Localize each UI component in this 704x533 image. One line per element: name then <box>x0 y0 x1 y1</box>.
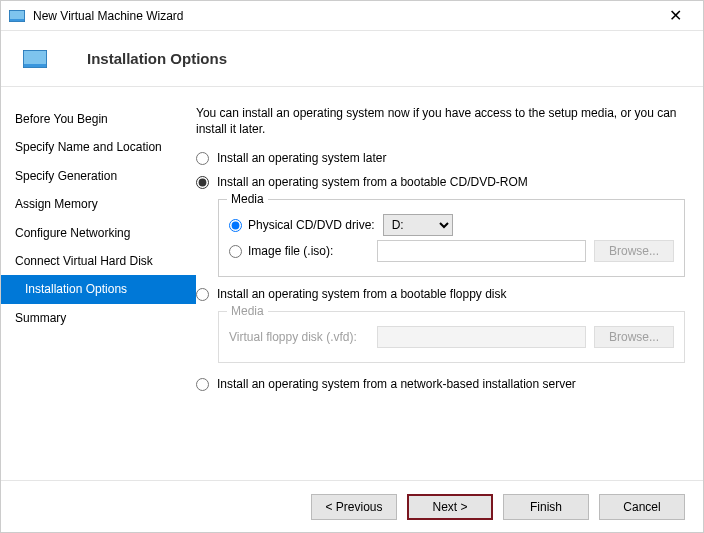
cancel-button[interactable]: Cancel <box>599 494 685 520</box>
nav-specify-generation[interactable]: Specify Generation <box>1 162 196 190</box>
label-vfd: Virtual floppy disk (.vfd): <box>229 330 357 344</box>
content-pane: You can install an operating system now … <box>196 87 703 480</box>
app-icon <box>9 8 25 24</box>
option-install-cd[interactable]: Install an operating system from a boota… <box>196 175 685 189</box>
close-icon[interactable]: ✕ <box>655 6 695 25</box>
finish-button[interactable]: Finish <box>503 494 589 520</box>
nav-before-you-begin[interactable]: Before You Begin <box>1 105 196 133</box>
option-install-network[interactable]: Install an operating system from a netwo… <box>196 377 685 391</box>
media-floppy-group: Media Virtual floppy disk (.vfd): Browse… <box>218 311 685 363</box>
nav-summary[interactable]: Summary <box>1 304 196 332</box>
browse-vfd-button: Browse... <box>594 326 674 348</box>
media-legend: Media <box>227 192 268 206</box>
media-cd-group: Media Physical CD/DVD drive: D: Image fi… <box>218 199 685 277</box>
radio-install-later[interactable] <box>196 152 209 165</box>
description-text: You can install an operating system now … <box>196 105 685 137</box>
label-install-network: Install an operating system from a netwo… <box>217 377 576 391</box>
iso-path-input[interactable] <box>377 240 586 262</box>
label-install-floppy: Install an operating system from a boota… <box>217 287 507 301</box>
radio-physical-drive[interactable] <box>229 219 242 232</box>
wizard-window: New Virtual Machine Wizard ✕ Installatio… <box>0 0 704 533</box>
row-physical-drive: Physical CD/DVD drive: D: <box>229 214 674 236</box>
label-install-later: Install an operating system later <box>217 151 386 165</box>
radio-install-cd[interactable] <box>196 176 209 189</box>
title-bar: New Virtual Machine Wizard ✕ <box>1 1 703 31</box>
svg-rect-3 <box>24 51 46 64</box>
media-floppy-legend: Media <box>227 304 268 318</box>
drive-select[interactable]: D: <box>383 214 453 236</box>
vfd-path-input <box>377 326 586 348</box>
nav-configure-networking[interactable]: Configure Networking <box>1 219 196 247</box>
option-install-later[interactable]: Install an operating system later <box>196 151 685 165</box>
body: Before You Begin Specify Name and Locati… <box>1 87 703 480</box>
window-title: New Virtual Machine Wizard <box>33 9 655 23</box>
browse-iso-button[interactable]: Browse... <box>594 240 674 262</box>
svg-rect-1 <box>10 11 24 19</box>
radio-install-network[interactable] <box>196 378 209 391</box>
label-image-file: Image file (.iso): <box>248 244 333 258</box>
previous-button[interactable]: < Previous <box>311 494 397 520</box>
option-install-floppy[interactable]: Install an operating system from a boota… <box>196 287 685 301</box>
radio-install-floppy[interactable] <box>196 288 209 301</box>
row-image-file: Image file (.iso): Browse... <box>229 240 674 262</box>
nav-specify-name-location[interactable]: Specify Name and Location <box>1 133 196 161</box>
label-physical-drive: Physical CD/DVD drive: <box>248 218 375 232</box>
monitor-icon <box>23 50 47 68</box>
next-button[interactable]: Next > <box>407 494 493 520</box>
nav-connect-vhd[interactable]: Connect Virtual Hard Disk <box>1 247 196 275</box>
footer: < Previous Next > Finish Cancel <box>1 480 703 532</box>
nav-installation-options[interactable]: Installation Options <box>1 275 196 303</box>
label-install-cd: Install an operating system from a boota… <box>217 175 528 189</box>
page-title: Installation Options <box>87 50 227 67</box>
header: Installation Options <box>1 31 703 87</box>
radio-image-file[interactable] <box>229 245 242 258</box>
nav-assign-memory[interactable]: Assign Memory <box>1 190 196 218</box>
row-vfd: Virtual floppy disk (.vfd): Browse... <box>229 326 674 348</box>
nav-steps: Before You Begin Specify Name and Locati… <box>1 87 196 480</box>
